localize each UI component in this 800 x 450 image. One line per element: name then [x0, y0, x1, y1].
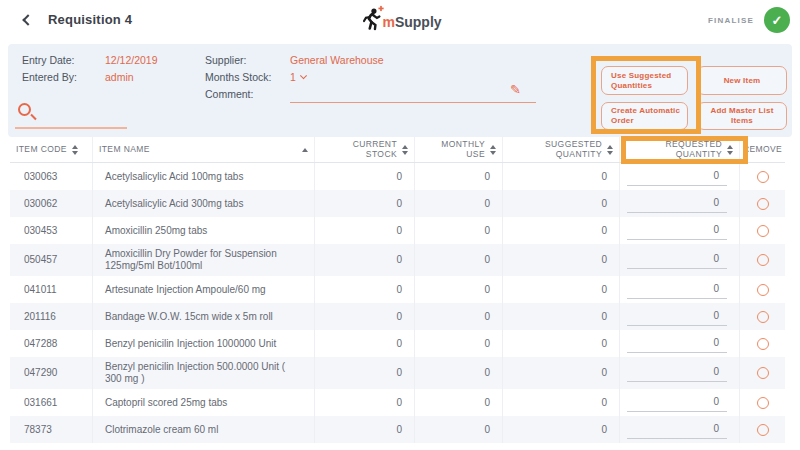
requested-quantity-cell: 0: [620, 190, 740, 217]
requisition-screen: Requisition 4 mSupply FINALISE ✓ Entry D…: [0, 0, 800, 450]
requested-quantity-input[interactable]: 0: [627, 222, 727, 240]
table-row: 201116 Bandage W.O.W. 15cm wide x 5m rol…: [10, 303, 785, 330]
header-item-code[interactable]: ITEM CODE: [10, 137, 93, 162]
remove-radio-button[interactable]: [757, 424, 769, 436]
sort-icon: [490, 145, 496, 155]
logo-m: m: [382, 14, 394, 30]
requested-quantity-input[interactable]: 0: [627, 335, 727, 353]
header-current-stock[interactable]: CURRENT STOCK: [315, 137, 415, 162]
msupply-logo: mSupply: [358, 5, 441, 33]
remove-radio-button[interactable]: [757, 225, 769, 237]
item-code-cell: 030062: [10, 190, 93, 217]
item-code-cell: 031661: [10, 389, 93, 416]
edit-pencil-icon[interactable]: ✎: [510, 82, 521, 97]
remove-radio-button[interactable]: [757, 198, 769, 210]
months-stock-label: Months Stock:: [205, 71, 272, 83]
remove-cell: [740, 163, 785, 190]
header-monthly-use[interactable]: MONTHLY USE: [415, 137, 503, 162]
remove-cell: [740, 303, 785, 330]
monthly-use-cell: 0: [415, 389, 503, 416]
header-suggested-quantity[interactable]: SUGGESTED QUANTITY: [503, 137, 620, 162]
requested-quantity-input[interactable]: 0: [627, 195, 727, 213]
monthly-use-cell: 0: [415, 330, 503, 357]
current-stock-cell: 0: [315, 163, 415, 190]
search-icon: [18, 103, 31, 116]
remove-radio-button[interactable]: [757, 254, 769, 266]
use-suggested-quantities-button[interactable]: Use Suggested Quantities: [601, 66, 688, 95]
page-title: Requisition 4: [48, 12, 132, 27]
monthly-use-cell: 0: [415, 416, 503, 443]
comment-field[interactable]: [290, 102, 536, 103]
remove-radio-button[interactable]: [757, 311, 769, 323]
current-stock-cell: 0: [315, 190, 415, 217]
item-name-cell: Acetylsalicylic Acid 100mg tabs: [93, 163, 315, 190]
item-code-cell: 047288: [10, 330, 93, 357]
add-master-list-items-button[interactable]: Add Master List Items: [697, 102, 787, 130]
remove-cell: [740, 389, 785, 416]
entry-date-label: Entry Date:: [22, 54, 75, 66]
item-code-cell: 78373: [10, 416, 93, 443]
remove-radio-button[interactable]: [757, 397, 769, 409]
back-chevron-icon: [22, 14, 33, 25]
remove-cell: [740, 217, 785, 244]
requested-quantity-cell: 0: [620, 357, 740, 389]
table-row: 047288 Benzyl penicilin Injection 100000…: [10, 330, 785, 357]
sort-icon: [72, 145, 78, 155]
logo-supply: Supply: [395, 14, 442, 30]
search-field[interactable]: [15, 100, 135, 130]
current-stock-cell: 0: [315, 330, 415, 357]
monthly-use-cell: 0: [415, 163, 503, 190]
current-stock-cell: 0: [315, 244, 415, 276]
requested-quantity-input[interactable]: 0: [627, 251, 727, 269]
table-header-row: ITEM CODE ITEM NAME CURRENT STOCK MONTHL…: [10, 137, 785, 163]
item-code-cell: 047290: [10, 357, 93, 389]
table-row: 030063 Acetylsalicylic Acid 100mg tabs 0…: [10, 163, 785, 190]
table-row: 030453 Amoxicillin 250mg tabs 0 0 0 0: [10, 217, 785, 244]
remove-radio-button[interactable]: [757, 284, 769, 296]
new-item-button[interactable]: New Item: [697, 66, 787, 95]
back-button[interactable]: [20, 13, 36, 29]
monthly-use-cell: 0: [415, 190, 503, 217]
requested-quantity-input[interactable]: 0: [627, 168, 727, 186]
search-underline: [15, 127, 127, 129]
item-name-cell: Benzyl penicilin Injection 1000000 Unit: [93, 330, 315, 357]
requested-quantity-input[interactable]: 0: [627, 394, 727, 412]
requested-quantity-input[interactable]: 0: [627, 308, 727, 326]
monthly-use-cell: 0: [415, 276, 503, 303]
requested-quantity-input[interactable]: 0: [627, 364, 727, 382]
current-stock-cell: 0: [315, 217, 415, 244]
requested-quantity-input[interactable]: 0: [627, 281, 727, 299]
header-remove: REMOVE: [740, 137, 785, 162]
entered-by-value: admin: [105, 71, 134, 83]
remove-cell: [740, 190, 785, 217]
chevron-down-icon: [300, 72, 307, 79]
current-stock-cell: 0: [315, 276, 415, 303]
suggested-quantity-cell: 0: [503, 389, 620, 416]
remove-radio-button[interactable]: [757, 338, 769, 350]
remove-cell: [740, 416, 785, 443]
header-item-name[interactable]: ITEM NAME: [93, 137, 315, 162]
requested-quantity-cell: 0: [620, 330, 740, 357]
item-name-cell: Clotrimazole cream 60 ml: [93, 416, 315, 443]
supplier-value: General Warehouse: [290, 54, 384, 66]
requested-quantity-input[interactable]: 0: [627, 421, 727, 439]
header-requested-quantity[interactable]: REQUESTED QUANTITY: [620, 137, 740, 162]
remove-radio-button[interactable]: [757, 367, 769, 379]
table-row: 047290 Benzyl penicilin Injection 500.00…: [10, 357, 785, 389]
requested-quantity-cell: 0: [620, 389, 740, 416]
create-automatic-order-button[interactable]: Create Automatic Order: [601, 102, 688, 130]
item-code-cell: 030063: [10, 163, 93, 190]
requested-quantity-cell: 0: [620, 244, 740, 276]
months-stock-dropdown[interactable]: 1: [290, 71, 306, 83]
suggested-quantity-cell: 0: [503, 416, 620, 443]
suggested-quantity-cell: 0: [503, 190, 620, 217]
remove-cell: [740, 276, 785, 303]
table-row: 050457 Amoxicillin Dry Powder for Suspen…: [10, 244, 785, 276]
finalise-button[interactable]: FINALISE ✓: [708, 7, 790, 33]
remove-radio-button[interactable]: [757, 171, 769, 183]
item-code-cell: 041011: [10, 276, 93, 303]
current-stock-cell: 0: [315, 357, 415, 389]
requested-quantity-cell: 0: [620, 416, 740, 443]
suggested-quantity-cell: 0: [503, 303, 620, 330]
suggested-quantity-cell: 0: [503, 244, 620, 276]
